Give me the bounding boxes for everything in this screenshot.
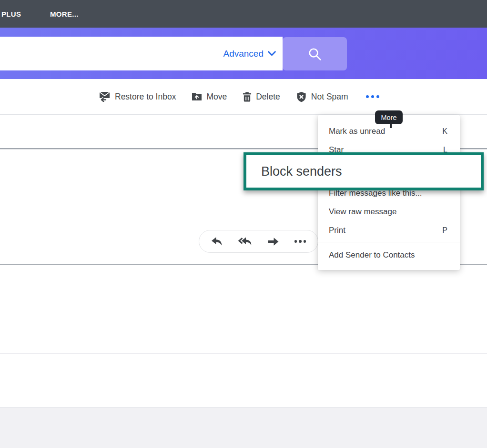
- forward-button[interactable]: [267, 237, 279, 246]
- advanced-search-button[interactable]: Advanced: [223, 49, 283, 59]
- search-icon: [307, 47, 322, 61]
- more-tooltip-stem: [390, 124, 392, 128]
- menu-item-view-raw-message[interactable]: View raw message: [318, 202, 460, 221]
- menu-item-print[interactable]: Print P: [318, 221, 460, 239]
- divider-toolbar-bottom: [0, 114, 487, 115]
- advanced-label: Advanced: [223, 49, 264, 59]
- top-nav-bar: PLUS MORE...: [0, 0, 487, 28]
- more-actions-icon: [294, 240, 306, 243]
- search-submit-button[interactable]: [283, 37, 347, 70]
- reply-all-button[interactable]: [238, 237, 253, 247]
- restore-to-inbox-label: Restore to Inbox: [115, 92, 176, 102]
- nav-item-plus[interactable]: PLUS: [1, 10, 21, 18]
- move-label: Move: [206, 92, 227, 102]
- message-action-bar: [199, 230, 318, 253]
- more-tooltip: More: [375, 110, 403, 124]
- menu-item-label: Add Sender to Contacts: [329, 250, 415, 260]
- more-tooltip-label: More: [381, 114, 396, 121]
- menu-item-mark-as-unread[interactable]: Mark as unread K: [318, 122, 460, 140]
- menu-item-label: View raw message: [329, 207, 396, 217]
- action-toolbar: Restore to Inbox Move Delete: [99, 79, 381, 114]
- reply-button[interactable]: [211, 237, 223, 247]
- reply-all-icon: [238, 237, 253, 247]
- more-ellipsis-button[interactable]: [364, 92, 381, 101]
- move-folder-icon: [192, 92, 202, 101]
- trash-icon: [243, 92, 252, 102]
- divider-content: [0, 353, 487, 354]
- move-button[interactable]: Move: [192, 92, 227, 102]
- footer-strip: [0, 407, 487, 448]
- context-menu: Mark as unread K Star L Block senders Fi…: [318, 115, 460, 270]
- menu-item-add-sender-to-contacts[interactable]: Add Sender to Contacts: [318, 246, 460, 264]
- reply-icon: [211, 237, 223, 247]
- menu-item-shortcut: K: [442, 127, 447, 136]
- restore-to-inbox-icon: [99, 91, 111, 102]
- search-field: Advanced: [0, 37, 283, 70]
- menu-item-shortcut: P: [442, 226, 447, 235]
- search-input[interactable]: [0, 37, 223, 70]
- more-message-actions-button[interactable]: [294, 240, 306, 243]
- shield-x-icon: [296, 91, 307, 102]
- menu-divider: [318, 242, 460, 242]
- delete-label: Delete: [256, 92, 280, 102]
- restore-to-inbox-button[interactable]: Restore to Inbox: [99, 91, 176, 102]
- menu-item-label: Mark as unread: [329, 127, 385, 136]
- menu-item-label: Print: [329, 226, 345, 235]
- forward-icon: [267, 237, 279, 246]
- more-ellipsis-icon: [366, 95, 369, 98]
- chevron-down-icon: [268, 51, 276, 56]
- mail-spam-view: PLUS MORE... Advanced: [0, 0, 487, 448]
- not-spam-label: Not Spam: [311, 92, 348, 102]
- delete-button[interactable]: Delete: [243, 92, 280, 102]
- block-senders-highlight-label: Block senders: [246, 164, 342, 179]
- nav-item-more[interactable]: MORE...: [50, 10, 79, 18]
- not-spam-button[interactable]: Not Spam: [296, 91, 348, 102]
- search-header: Advanced: [0, 28, 487, 79]
- block-senders-highlight[interactable]: Block senders: [244, 152, 484, 190]
